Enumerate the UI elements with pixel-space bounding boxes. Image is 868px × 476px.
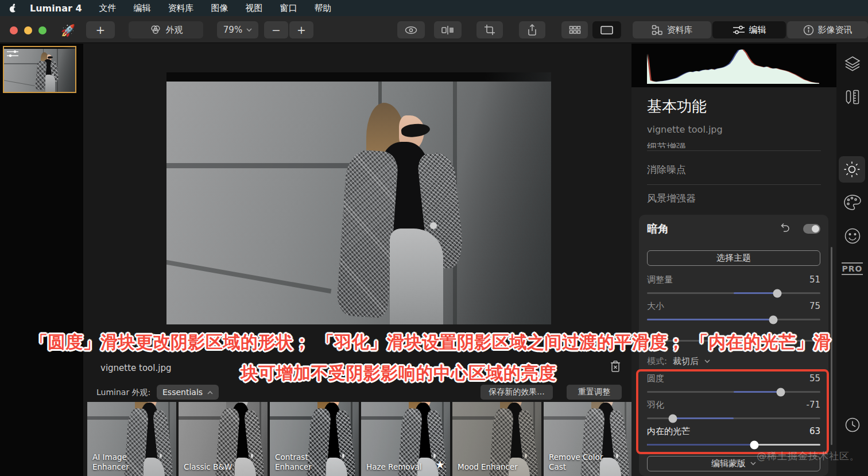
slider-track[interactable] bbox=[647, 319, 820, 320]
tab-info[interactable]: 影像资讯 bbox=[787, 21, 868, 38]
slider-label: 大小 bbox=[647, 301, 664, 312]
section-denoise[interactable]: 消除噪点 bbox=[647, 163, 686, 176]
slider-inner-light[interactable]: 内在的光芒63 bbox=[647, 426, 820, 452]
rocket-icon[interactable]: 🚀 bbox=[61, 24, 75, 37]
info-icon bbox=[803, 25, 814, 36]
app-menu-title[interactable]: Luminar 4 bbox=[30, 3, 82, 14]
history-tool[interactable] bbox=[844, 417, 861, 433]
menu-item-6[interactable]: 窗口 bbox=[280, 3, 297, 14]
section-landscape-enhancer[interactable]: 风景增强器 bbox=[647, 192, 696, 205]
tab-library-label: 资料库 bbox=[667, 25, 693, 36]
favorite-star-icon[interactable]: ★ bbox=[435, 458, 445, 471]
share-icon bbox=[526, 24, 538, 36]
tab-edit[interactable]: 编辑 bbox=[712, 21, 786, 38]
tool-icon-strip: PRO bbox=[836, 44, 868, 476]
filmstrip-thumbnail-selected[interactable] bbox=[3, 46, 76, 93]
menu-item-7[interactable]: 帮助 bbox=[315, 3, 332, 14]
gallery-view-button[interactable] bbox=[561, 21, 588, 38]
crop-icon bbox=[484, 24, 495, 36]
export-button[interactable] bbox=[519, 21, 545, 38]
slider-label: 圆度 bbox=[647, 373, 664, 384]
slider-thumb[interactable] bbox=[773, 289, 781, 297]
layers-tool[interactable] bbox=[844, 56, 861, 72]
preset-thumb-contrast[interactable]: Contrast Enhancer bbox=[270, 402, 359, 476]
main-photo[interactable] bbox=[166, 72, 551, 324]
portrait-tool[interactable] bbox=[844, 227, 861, 245]
tab-info-label: 影像资讯 bbox=[818, 25, 852, 36]
slider-thumb[interactable] bbox=[776, 388, 785, 396]
menu-item-1[interactable]: 文件 bbox=[99, 3, 117, 14]
slider-amount[interactable]: 调整量51 bbox=[647, 274, 820, 301]
creative-tool[interactable] bbox=[843, 194, 862, 211]
edited-badge-icon bbox=[6, 49, 20, 59]
pro-tools-label[interactable]: PRO bbox=[842, 262, 863, 275]
preset-thumb-haze[interactable]: Haze Removal★ bbox=[361, 402, 450, 476]
preset-thumb-ai[interactable]: AI Image Enhancer bbox=[87, 402, 176, 476]
mode-row[interactable]: 模式: 裁切后 bbox=[647, 356, 710, 367]
slider-size[interactable]: 大小75 bbox=[647, 301, 820, 327]
window-zoom-button[interactable] bbox=[38, 26, 46, 34]
venn-icon bbox=[149, 25, 162, 35]
undo-button[interactable] bbox=[779, 222, 790, 233]
choose-theme-button[interactable]: 选择主题 bbox=[647, 250, 820, 266]
zoom-out-button[interactable]: − bbox=[264, 21, 288, 38]
section-details-enhancer[interactable]: 细节增强 bbox=[647, 141, 686, 148]
divider bbox=[647, 150, 821, 151]
menu-item-4[interactable]: 图像 bbox=[211, 3, 228, 14]
menu-item-3[interactable]: 资料库 bbox=[168, 3, 194, 14]
trash-icon bbox=[609, 360, 622, 374]
eye-icon bbox=[404, 25, 418, 35]
looks-collection-dropdown[interactable]: Essentials bbox=[157, 385, 219, 400]
clock-icon bbox=[844, 417, 861, 433]
add-image-button[interactable]: + bbox=[86, 21, 115, 38]
preset-thumb-bw[interactable]: Classic B&W bbox=[179, 402, 268, 476]
editor-canvas: vignette tool.jpg Luminar 外观: Essentials… bbox=[83, 44, 631, 476]
annotation-line-2: 块可增加不受阴影影响的中心区域的亮度 bbox=[241, 362, 556, 385]
delete-button[interactable] bbox=[609, 360, 622, 374]
looks-button[interactable]: 外观 bbox=[129, 21, 203, 38]
slider-roundness[interactable]: 圆度55 bbox=[647, 373, 820, 400]
preset-thumb-mood[interactable]: Mood Enhancer bbox=[452, 402, 541, 476]
canvas-filename: vignette tool.jpg bbox=[100, 363, 171, 373]
edit-side-panel: 基本功能 vignette tool.jpg 细节增强 消除噪点 风景增强器 暗… bbox=[631, 44, 836, 476]
panel-scrollbar[interactable] bbox=[831, 247, 832, 445]
slider-label: 内在的光芒 bbox=[647, 426, 690, 437]
preview-button[interactable] bbox=[397, 21, 425, 38]
zoom-out-label: − bbox=[272, 24, 281, 36]
layers-icon bbox=[844, 56, 861, 72]
toolbar: 🚀 + 外观 79% − + bbox=[0, 16, 868, 43]
vignette-toggle[interactable] bbox=[803, 224, 820, 234]
looks-collection-value: Essentials bbox=[162, 388, 203, 397]
slider-track[interactable] bbox=[647, 391, 820, 393]
preset-thumb-cast[interactable]: Remove Color Cast bbox=[544, 402, 631, 476]
menu-item-2[interactable]: 编辑 bbox=[134, 3, 151, 14]
window-close-button[interactable] bbox=[10, 26, 18, 34]
chevron-down-icon bbox=[704, 359, 710, 363]
canvas-tool[interactable] bbox=[844, 89, 861, 105]
slider-thumb[interactable] bbox=[769, 315, 778, 324]
apple-menu-icon[interactable] bbox=[9, 3, 17, 13]
slider-track[interactable] bbox=[647, 292, 820, 294]
reset-adjustments-button[interactable]: 重置调整 bbox=[567, 385, 622, 400]
smiley-icon bbox=[844, 227, 861, 245]
sliders-icon bbox=[733, 25, 745, 35]
slider-thumb[interactable] bbox=[750, 440, 759, 449]
slider-value: 51 bbox=[809, 274, 820, 285]
palette-icon bbox=[843, 194, 862, 211]
crop-button[interactable] bbox=[476, 21, 503, 38]
slider-track[interactable] bbox=[647, 444, 820, 446]
slider-thumb[interactable] bbox=[669, 414, 677, 423]
tab-library[interactable]: 资料库 bbox=[633, 21, 711, 38]
zoom-in-button[interactable]: + bbox=[289, 21, 313, 38]
single-view-button[interactable] bbox=[592, 21, 621, 38]
essentials-tool-selected[interactable] bbox=[839, 156, 865, 183]
slider-track[interactable] bbox=[647, 417, 820, 419]
compare-button[interactable] bbox=[434, 21, 462, 38]
chevron-up-icon bbox=[207, 390, 213, 394]
slider-feather[interactable]: 羽化-71 bbox=[647, 400, 820, 426]
zoom-level-dropdown[interactable]: 79% bbox=[217, 21, 258, 38]
save-look-button[interactable]: 保存新的效果... bbox=[480, 385, 553, 400]
menu-item-5[interactable]: 视图 bbox=[246, 3, 263, 14]
window-minimize-button[interactable] bbox=[24, 26, 32, 34]
menu-items: 文件编辑资料库图像视图窗口帮助 bbox=[99, 3, 349, 14]
